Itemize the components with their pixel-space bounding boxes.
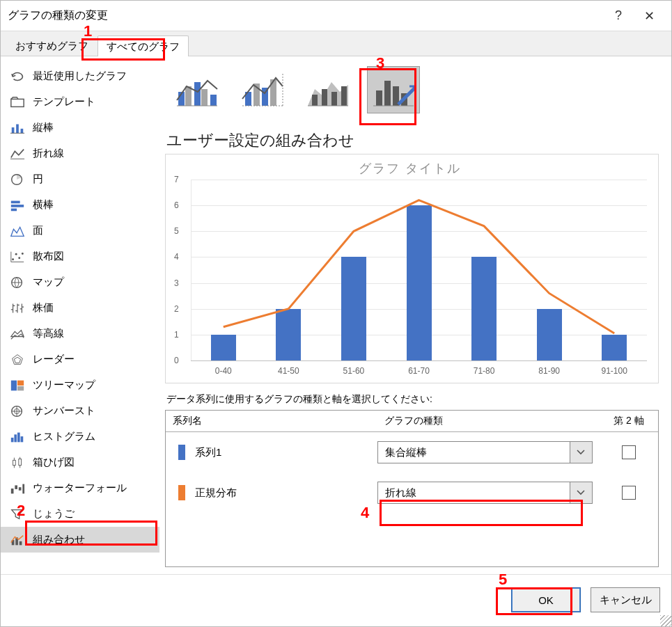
column-chart-icon bbox=[9, 121, 26, 135]
series-type-select-1[interactable]: 折れ線 bbox=[377, 482, 593, 504]
cat-surface[interactable]: 等高線 bbox=[1, 321, 159, 347]
chart-plot-area: 012345670-4041-5051-6061-7071-8081-9091-… bbox=[191, 180, 647, 360]
undo-icon bbox=[9, 70, 26, 84]
annotation-3: 3 bbox=[376, 54, 384, 72]
cat-label: 組み合わせ bbox=[33, 533, 85, 546]
svg-rect-35 bbox=[194, 82, 201, 106]
cat-templates[interactable]: テンプレート bbox=[1, 89, 159, 115]
svg-point-8 bbox=[12, 258, 14, 260]
histogram-icon bbox=[9, 430, 26, 444]
cat-label: 面 bbox=[33, 224, 43, 237]
cat-histogram[interactable]: ヒストグラム bbox=[1, 424, 159, 450]
svg-rect-15 bbox=[11, 380, 17, 390]
svg-rect-32 bbox=[19, 541, 22, 545]
cancel-button[interactable]: キャンセル bbox=[591, 587, 660, 612]
series-table-header: 系列名 グラフの種類 第 2 軸 bbox=[166, 411, 658, 432]
annotation-5: 5 bbox=[499, 571, 507, 589]
secondary-axis-checkbox-0[interactable] bbox=[622, 445, 636, 459]
cat-label: じょうご bbox=[33, 507, 75, 521]
cat-treemap[interactable]: ツリーマップ bbox=[1, 372, 159, 398]
secondary-axis-checkbox-1[interactable] bbox=[622, 486, 636, 500]
svg-rect-42 bbox=[312, 95, 318, 106]
cat-label: ヒストグラム bbox=[33, 430, 95, 443]
ok-button[interactable]: OK bbox=[511, 587, 581, 612]
combo-subtype-custom[interactable] bbox=[367, 66, 420, 113]
line-chart-icon bbox=[9, 147, 26, 161]
cat-scatter[interactable]: 散布図 bbox=[1, 244, 159, 269]
svg-rect-24 bbox=[13, 460, 16, 465]
boxwhisker-icon bbox=[9, 456, 26, 470]
svg-rect-20 bbox=[11, 437, 14, 441]
svg-point-9 bbox=[15, 253, 17, 255]
svg-rect-37 bbox=[210, 95, 217, 106]
chart-preview: グラフ タイトル 012345670-4041-5051-6061-7071-8… bbox=[165, 154, 659, 383]
svg-point-4 bbox=[12, 174, 22, 184]
svg-point-10 bbox=[18, 257, 20, 259]
svg-rect-21 bbox=[14, 434, 17, 442]
waterfall-icon bbox=[9, 482, 26, 495]
cat-combo[interactable]: 組み合わせ bbox=[1, 527, 159, 553]
svg-rect-43 bbox=[322, 89, 327, 106]
dialog-button-row: OK キャンセル bbox=[1, 574, 671, 626]
cat-label: 円 bbox=[33, 173, 43, 186]
svg-rect-7 bbox=[11, 208, 17, 211]
header-series-name: 系列名 bbox=[166, 411, 377, 431]
cat-waterfall[interactable]: ウォーターフォール bbox=[1, 475, 159, 501]
resize-grip[interactable] bbox=[660, 615, 671, 626]
svg-rect-16 bbox=[17, 380, 24, 385]
svg-rect-27 bbox=[15, 485, 17, 489]
series-type-select-0[interactable]: 集合縦棒 bbox=[377, 441, 593, 463]
svg-rect-23 bbox=[21, 436, 24, 442]
cat-sunburst[interactable]: サンバースト bbox=[1, 398, 159, 424]
cat-label: テンプレート bbox=[33, 95, 95, 109]
svg-rect-44 bbox=[331, 92, 337, 106]
cat-column[interactable]: 縦棒 bbox=[1, 115, 159, 141]
cat-stock[interactable]: 株価 bbox=[1, 295, 159, 321]
combo-subtype-3[interactable] bbox=[302, 66, 354, 113]
cat-boxwhisker[interactable]: 箱ひげ図 bbox=[1, 450, 159, 475]
series-row-0: 系列1 集合縦棒 bbox=[166, 432, 658, 473]
series-type-value: 集合縦棒 bbox=[378, 446, 570, 459]
svg-rect-3 bbox=[21, 128, 24, 132]
cat-label: 等高線 bbox=[33, 327, 64, 340]
bar-chart-icon bbox=[9, 198, 26, 212]
combo-subtype-2[interactable] bbox=[236, 66, 289, 113]
series-instruction: データ系列に使用するグラフの種類と軸を選択してください: bbox=[166, 393, 659, 406]
tab-strip: おすすめグラフ すべてのグラフ bbox=[1, 31, 671, 56]
svg-rect-6 bbox=[11, 205, 24, 207]
combo-chart-icon bbox=[9, 533, 26, 547]
combo-subtype-1[interactable] bbox=[171, 66, 224, 113]
svg-rect-25 bbox=[19, 459, 22, 465]
help-button[interactable]: ? bbox=[603, 1, 634, 31]
chart-preview-title: グラフ タイトル bbox=[170, 160, 650, 177]
cat-label: ツリーマップ bbox=[33, 379, 95, 392]
tab-all-charts[interactable]: すべてのグラフ bbox=[97, 35, 189, 56]
annotation-2: 2 bbox=[17, 502, 25, 520]
cat-label: マップ bbox=[33, 276, 64, 289]
cat-pie[interactable]: 円 bbox=[1, 166, 159, 192]
svg-rect-2 bbox=[16, 124, 19, 133]
svg-marker-14 bbox=[14, 357, 20, 363]
annotation-4: 4 bbox=[361, 504, 369, 522]
cat-label: 箱ひげ図 bbox=[33, 456, 75, 469]
svg-rect-28 bbox=[19, 487, 22, 491]
cat-radar[interactable]: レーダー bbox=[1, 347, 159, 372]
svg-rect-26 bbox=[11, 489, 14, 493]
svg-rect-17 bbox=[17, 386, 24, 390]
stock-chart-icon bbox=[9, 301, 26, 315]
cat-label: 折れ線 bbox=[33, 147, 64, 160]
area-chart-icon bbox=[9, 224, 26, 238]
cat-label: 最近使用したグラフ bbox=[33, 70, 127, 83]
cat-bar[interactable]: 横棒 bbox=[1, 192, 159, 218]
cat-recent[interactable]: 最近使用したグラフ bbox=[1, 63, 159, 89]
treemap-icon bbox=[9, 379, 26, 392]
cat-line[interactable]: 折れ線 bbox=[1, 141, 159, 166]
svg-rect-45 bbox=[341, 86, 347, 106]
cat-area[interactable]: 面 bbox=[1, 218, 159, 244]
cat-map[interactable]: マップ bbox=[1, 269, 159, 295]
close-button[interactable]: ✕ bbox=[634, 1, 664, 31]
svg-rect-22 bbox=[17, 432, 20, 442]
folder-icon bbox=[9, 95, 26, 109]
series-name: 正規分布 bbox=[195, 486, 237, 500]
series-name: 系列1 bbox=[195, 446, 221, 459]
